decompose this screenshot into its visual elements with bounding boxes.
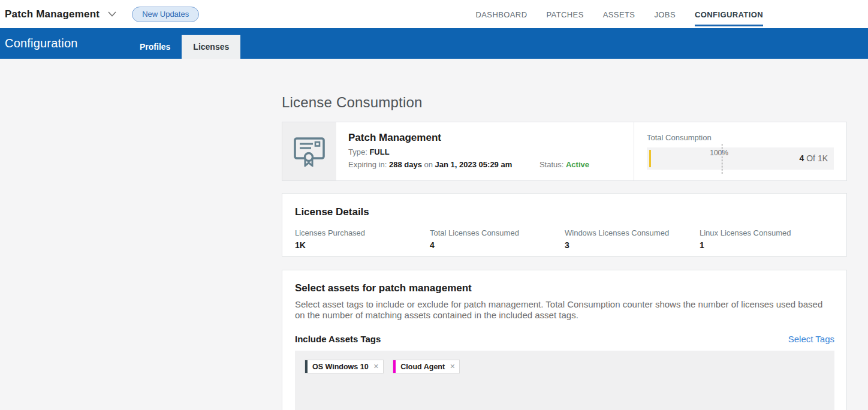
expiring-value: 288 days [389, 160, 422, 169]
license-info: Patch Management Type: FULL Expiring in:… [336, 122, 634, 180]
include-tags-row: Include Assets Tags Select Tags [295, 334, 834, 344]
capacity-marker-label: 100% [710, 149, 728, 157]
section-title: Configuration [0, 37, 128, 50]
chevron-down-icon [108, 11, 116, 17]
consumption-fill [649, 150, 651, 167]
license-stats-row: Licenses Purchased 1K Total Licenses Con… [295, 228, 834, 250]
asset-selection-heading: Select assets for patch management [295, 282, 834, 294]
stat-windows-consumed: Windows Licenses Consumed 3 [565, 228, 700, 250]
tag-chip-os-windows-10[interactable]: OS Windows 10 ✕ [305, 360, 384, 373]
type-label: Type: [348, 147, 367, 156]
license-type-line: Type: FULL [348, 147, 634, 157]
included-tags-container[interactable]: OS Windows 10 ✕ Cloud Agent ✕ [295, 351, 834, 410]
select-tags-link[interactable]: Select Tags [788, 334, 834, 344]
close-icon[interactable]: ✕ [371, 363, 383, 370]
expiry-date: Jan 1, 2023 05:29 am [435, 160, 513, 169]
status-badge: Active [566, 160, 589, 169]
certificate-icon [282, 122, 336, 180]
consumption-value: 4 Of 1K [800, 147, 828, 170]
tab-licenses[interactable]: Licenses [182, 35, 240, 59]
license-details-card: License Details Licenses Purchased 1K To… [282, 193, 847, 257]
app-title: Patch Management [5, 8, 100, 20]
type-value: FULL [369, 147, 389, 156]
new-updates-button[interactable]: New Updates [132, 7, 199, 22]
asset-selection-description: Select asset tags to include or exclude … [295, 299, 834, 321]
license-expiry-line: Expiring in: 288 days on Jan 1, 2023 05:… [348, 160, 634, 170]
close-icon[interactable]: ✕ [447, 363, 459, 370]
consumption-progress-bar: 4 Of 1K [647, 147, 834, 170]
stat-licenses-purchased: Licenses Purchased 1K [295, 228, 430, 250]
tab-profiles[interactable]: Profiles [128, 35, 182, 59]
nav-dashboard[interactable]: DASHBOARD [475, 2, 527, 26]
configuration-tabs: Profiles Licenses [128, 28, 240, 59]
license-details-heading: License Details [295, 206, 834, 218]
configuration-header: Configuration Profiles Licenses [0, 28, 868, 59]
content-area: License Consumption Patch Management Typ… [0, 59, 868, 410]
on-label: on [424, 160, 433, 169]
tag-chip-cloud-agent[interactable]: Cloud Agent ✕ [393, 360, 460, 373]
expiring-label: Expiring in: [348, 160, 387, 169]
asset-selection-card: Select assets for patch management Selec… [282, 270, 847, 410]
stat-linux-consumed: Linux Licenses Consumed 1 [700, 228, 834, 250]
total-consumption-panel: Total Consumption 4 Of 1K 100% [634, 122, 846, 180]
page-title: License Consumption [282, 94, 847, 111]
license-summary-card: Patch Management Type: FULL Expiring in:… [282, 122, 847, 181]
nav-patches[interactable]: PATCHES [546, 2, 583, 26]
top-nav: DASHBOARD PATCHES ASSETS JOBS CONFIGURAT… [456, 0, 868, 28]
consumption-label: Total Consumption [647, 134, 834, 142]
nav-assets[interactable]: ASSETS [603, 2, 635, 26]
stat-total-consumed: Total Licenses Consumed 4 [430, 228, 565, 250]
license-name: Patch Management [348, 131, 634, 144]
nav-configuration[interactable]: CONFIGURATION [695, 2, 763, 26]
nav-jobs[interactable]: JOBS [654, 2, 676, 26]
status-label: Status: [540, 160, 563, 169]
top-bar: Patch Management New Updates DASHBOARD P… [0, 0, 868, 28]
include-tags-label: Include Assets Tags [295, 334, 381, 344]
app-switcher[interactable]: Patch Management [5, 8, 116, 20]
